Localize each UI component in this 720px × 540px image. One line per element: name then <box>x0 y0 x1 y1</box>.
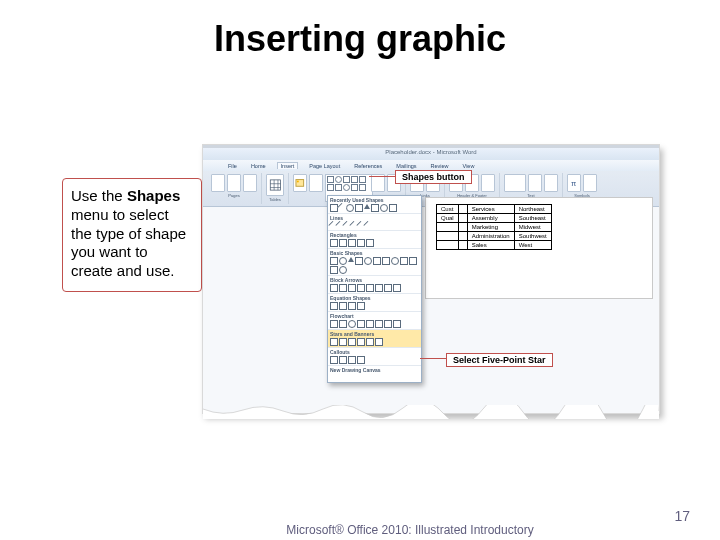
document-area: CustServicesNortheast QualAssemblySouthe… <box>425 197 653 299</box>
tab-view[interactable]: View <box>460 163 478 169</box>
instruction-callout: Use the Shapes menu to select the type o… <box>62 178 202 292</box>
equation-icon[interactable]: π <box>567 174 581 192</box>
group-tables: Tables <box>262 173 289 204</box>
table-row: CustServicesNortheast <box>437 205 552 214</box>
table-icon[interactable] <box>266 174 284 196</box>
shapes-callout-connector <box>369 176 395 177</box>
new-drawing-canvas-item[interactable]: New Drawing Canvas <box>330 367 419 373</box>
tab-file[interactable]: File <box>225 163 240 169</box>
table-row: QualAssemblySoutheast <box>437 214 552 223</box>
document-table: CustServicesNortheast QualAssemblySouthe… <box>436 204 552 250</box>
page-number: 17 <box>674 508 690 524</box>
table-row: SalesWest <box>437 241 552 250</box>
picture-icon[interactable] <box>293 174 307 192</box>
page-number-icon[interactable] <box>481 174 495 192</box>
wordart-icon[interactable] <box>528 174 542 192</box>
callout-text-prefix: Use the <box>71 187 127 204</box>
tab-insert[interactable]: Insert <box>277 162 299 169</box>
group-pages: Pages <box>207 173 262 204</box>
symbol-icon[interactable] <box>583 174 597 192</box>
tab-review[interactable]: Review <box>428 163 452 169</box>
table-row: AdministrationSouthwest <box>437 232 552 241</box>
textbox-icon[interactable] <box>504 174 526 192</box>
dropcap-icon[interactable] <box>544 174 558 192</box>
svg-point-6 <box>297 180 299 182</box>
select-star-label: Select Five-Point Star <box>446 353 553 367</box>
svg-rect-5 <box>296 179 304 186</box>
page-break-icon[interactable] <box>243 174 257 192</box>
window-title-text: Placeholder.docx - Microsoft Word <box>203 149 659 155</box>
tab-mailings[interactable]: Mailings <box>393 163 419 169</box>
table-row: MarketingMidwest <box>437 223 552 232</box>
star-callout-connector <box>420 358 446 359</box>
clipart-icon[interactable] <box>309 174 323 192</box>
torn-edge-decoration <box>203 405 659 419</box>
callout-text-bold: Shapes <box>127 187 180 204</box>
svg-text:π: π <box>571 179 576 188</box>
tab-page-layout[interactable]: Page Layout <box>306 163 343 169</box>
tab-references[interactable]: References <box>351 163 385 169</box>
stars-and-banners-section[interactable]: Stars and Banners <box>328 330 421 348</box>
callout-text-suffix: menu to select the type of shape you wan… <box>71 206 186 279</box>
blank-page-icon[interactable] <box>227 174 241 192</box>
shapes-button-label: Shapes button <box>395 170 472 184</box>
cover-page-icon[interactable] <box>211 174 225 192</box>
svg-rect-0 <box>270 180 280 190</box>
screenshot-figure: Placeholder.docx - Microsoft Word File H… <box>202 144 660 414</box>
tab-home[interactable]: Home <box>248 163 269 169</box>
shapes-dropdown[interactable]: Recently Used Shapes Lines Rectangles Ba… <box>327 195 422 383</box>
footer-text: Microsoft® Office 2010: Illustrated Intr… <box>280 524 540 538</box>
slide-title: Inserting graphic <box>0 18 720 60</box>
